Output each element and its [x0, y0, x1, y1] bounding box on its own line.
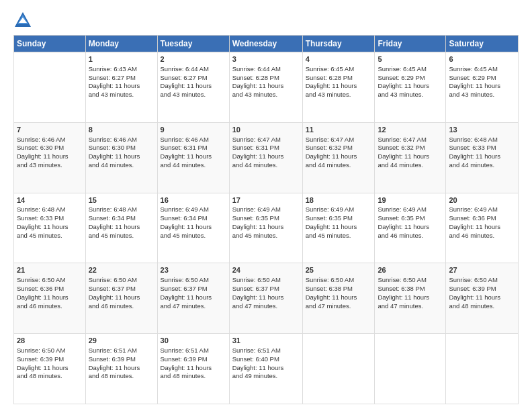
day-info-line: Daylight: 11 hours: [378, 293, 443, 302]
day-number: 8: [89, 125, 154, 135]
day-number: 19: [378, 195, 443, 205]
day-info-line: Sunrise: 6:50 AM: [378, 276, 443, 285]
day-info-line: Sunrise: 6:49 AM: [232, 205, 300, 214]
day-info-line: Sunset: 6:33 PM: [449, 144, 515, 152]
day-info-line: Sunset: 6:36 PM: [17, 285, 83, 293]
day-info-line: Sunrise: 6:48 AM: [17, 205, 83, 214]
day-info-line: Sunrise: 6:45 AM: [378, 65, 443, 74]
day-info-line: Sunrise: 6:47 AM: [306, 136, 372, 144]
day-info-line: Sunset: 6:40 PM: [232, 355, 300, 364]
day-info-line: Daylight: 11 hours: [449, 223, 515, 232]
day-info-line: and 45 minutes.: [17, 232, 83, 240]
day-info-line: Daylight: 11 hours: [232, 293, 300, 302]
day-info-line: and 48 minutes.: [449, 302, 515, 311]
day-info-line: Sunset: 6:35 PM: [232, 214, 300, 223]
calendar-cell: 11Sunrise: 6:47 AMSunset: 6:32 PMDayligh…: [302, 122, 375, 193]
calendar-cell: 5Sunrise: 6:45 AMSunset: 6:29 PMDaylight…: [375, 52, 446, 123]
day-number: 10: [232, 125, 300, 135]
day-number: 23: [161, 265, 226, 275]
day-info-line: Sunset: 6:31 PM: [161, 144, 226, 152]
calendar-week-row: 7Sunrise: 6:46 AMSunset: 6:30 PMDaylight…: [14, 122, 519, 193]
day-info-line: Sunrise: 6:50 AM: [232, 276, 300, 285]
day-info-line: Daylight: 11 hours: [17, 293, 83, 302]
day-info-line: Sunrise: 6:47 AM: [378, 136, 443, 144]
day-info-line: and 44 minutes.: [378, 161, 443, 170]
day-info-line: and 45 minutes.: [306, 232, 372, 240]
day-info-line: and 43 minutes.: [161, 91, 226, 99]
day-info-line: Sunset: 6:31 PM: [232, 144, 300, 152]
day-info-line: Sunrise: 6:46 AM: [17, 136, 83, 144]
day-info-line: Sunrise: 6:49 AM: [161, 205, 226, 214]
calendar-cell: 23Sunrise: 6:50 AMSunset: 6:37 PMDayligh…: [157, 263, 229, 334]
day-info-line: Sunrise: 6:49 AM: [306, 205, 372, 214]
day-info-line: and 43 minutes.: [232, 91, 300, 99]
day-info-line: Sunset: 6:39 PM: [449, 285, 515, 293]
calendar-day-header: Tuesday: [157, 36, 229, 52]
day-number: 27: [449, 265, 515, 275]
day-number: 22: [89, 265, 154, 275]
day-info-line: Sunset: 6:30 PM: [89, 144, 154, 152]
calendar-cell: 16Sunrise: 6:49 AMSunset: 6:34 PMDayligh…: [157, 193, 229, 263]
calendar-cell: 29Sunrise: 6:51 AMSunset: 6:39 PMDayligh…: [85, 334, 157, 404]
calendar-cell: [375, 334, 446, 404]
calendar-header-row: SundayMondayTuesdayWednesdayThursdayFrid…: [14, 36, 519, 52]
day-number: 25: [306, 265, 372, 275]
day-number: 26: [378, 265, 443, 275]
calendar-week-row: 1Sunrise: 6:43 AMSunset: 6:27 PMDaylight…: [14, 52, 519, 123]
day-info-line: Daylight: 11 hours: [161, 82, 226, 91]
day-number: 30: [161, 336, 226, 346]
day-number: 13: [449, 125, 515, 135]
day-info-line: Daylight: 11 hours: [89, 82, 154, 91]
calendar-cell: 6Sunrise: 6:45 AMSunset: 6:29 PMDaylight…: [446, 52, 519, 123]
day-info-line: Sunset: 6:36 PM: [449, 214, 515, 223]
day-number: 12: [378, 125, 443, 135]
day-info-line: Daylight: 11 hours: [232, 364, 300, 373]
day-info-line: Sunset: 6:35 PM: [306, 214, 372, 223]
day-info-line: and 43 minutes.: [89, 91, 154, 99]
day-info-line: Sunset: 6:37 PM: [161, 285, 226, 293]
day-number: 20: [449, 195, 515, 205]
calendar-cell: 18Sunrise: 6:49 AMSunset: 6:35 PMDayligh…: [302, 193, 375, 263]
calendar-cell: 21Sunrise: 6:50 AMSunset: 6:36 PMDayligh…: [14, 263, 86, 334]
day-info-line: and 44 minutes.: [232, 161, 300, 170]
day-info-line: and 46 minutes.: [378, 232, 443, 240]
day-info-line: Daylight: 11 hours: [306, 152, 372, 161]
day-info-line: Daylight: 11 hours: [232, 82, 300, 91]
calendar-cell: 20Sunrise: 6:49 AMSunset: 6:36 PMDayligh…: [446, 193, 519, 263]
day-info-line: Sunrise: 6:49 AM: [449, 205, 515, 214]
day-info-line: and 45 minutes.: [161, 232, 226, 240]
day-info-line: Sunset: 6:29 PM: [378, 74, 443, 83]
day-info-line: Daylight: 11 hours: [89, 223, 154, 232]
day-info-line: and 44 minutes.: [306, 161, 372, 170]
calendar-day-header: Saturday: [446, 36, 519, 52]
calendar-cell: [14, 52, 86, 123]
day-number: 4: [306, 54, 372, 64]
day-number: 3: [232, 54, 300, 64]
calendar-cell: 7Sunrise: 6:46 AMSunset: 6:30 PMDaylight…: [14, 122, 86, 193]
calendar-cell: 8Sunrise: 6:46 AMSunset: 6:30 PMDaylight…: [85, 122, 157, 193]
day-info-line: Daylight: 11 hours: [306, 293, 372, 302]
day-info-line: Daylight: 11 hours: [306, 82, 372, 91]
day-info-line: Sunrise: 6:50 AM: [17, 347, 83, 355]
day-info-line: Sunrise: 6:50 AM: [17, 276, 83, 285]
day-info-line: Sunset: 6:37 PM: [89, 285, 154, 293]
day-info-line: Sunset: 6:33 PM: [17, 214, 83, 223]
calendar-cell: 4Sunrise: 6:45 AMSunset: 6:28 PMDaylight…: [302, 52, 375, 123]
day-info-line: Sunset: 6:34 PM: [89, 214, 154, 223]
page: SundayMondayTuesdayWednesdayThursdayFrid…: [0, 0, 532, 411]
logo: [13, 11, 35, 30]
day-info-line: Sunrise: 6:51 AM: [89, 347, 154, 355]
day-info-line: Sunrise: 6:46 AM: [89, 136, 154, 144]
day-info-line: and 47 minutes.: [232, 302, 300, 311]
day-info-line: Sunrise: 6:51 AM: [161, 347, 226, 355]
day-info-line: and 45 minutes.: [232, 232, 300, 240]
day-number: 21: [17, 265, 83, 275]
calendar-cell: 17Sunrise: 6:49 AMSunset: 6:35 PMDayligh…: [229, 193, 302, 263]
calendar-cell: 28Sunrise: 6:50 AMSunset: 6:39 PMDayligh…: [14, 334, 86, 404]
logo-icon: [13, 11, 32, 30]
calendar-cell: 15Sunrise: 6:48 AMSunset: 6:34 PMDayligh…: [85, 193, 157, 263]
day-number: 2: [161, 54, 226, 64]
calendar-cell: 14Sunrise: 6:48 AMSunset: 6:33 PMDayligh…: [14, 193, 86, 263]
calendar-cell: 10Sunrise: 6:47 AMSunset: 6:31 PMDayligh…: [229, 122, 302, 193]
calendar-cell: 25Sunrise: 6:50 AMSunset: 6:38 PMDayligh…: [302, 263, 375, 334]
